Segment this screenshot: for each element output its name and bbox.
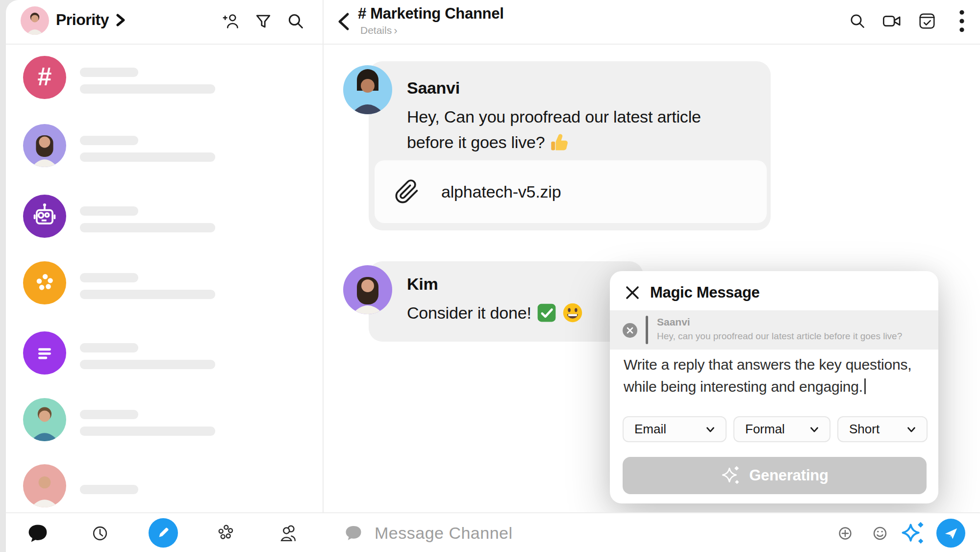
sidebar-item-app[interactable]: [6, 261, 323, 320]
text-lines-icon: [23, 331, 66, 375]
grinning-face-emoji: [562, 302, 583, 324]
app-window: Priority # Marketing Channel Details: [6, 0, 980, 552]
tone-dropdown[interactable]: Formal: [733, 416, 830, 442]
skeleton-bar: [80, 427, 215, 436]
sidebar-item-bot[interactable]: [6, 195, 323, 253]
prompt-input[interactable]: Write a reply that answers the key quest…: [624, 353, 928, 398]
robot-icon: [23, 195, 66, 238]
skeleton-bar: [80, 273, 138, 282]
contacts-tab-icon[interactable]: [277, 513, 300, 552]
channel-title: # Marketing Channel: [358, 5, 503, 23]
sidebar-item-channel[interactable]: #: [6, 56, 323, 115]
panel-title: Magic Message: [650, 284, 760, 301]
sidebar-item-notes[interactable]: [6, 331, 323, 390]
dots-flower-icon: [23, 261, 66, 304]
skeleton-bar: [80, 136, 138, 145]
quoted-message: Saanvi Hey, can you proofread our latest…: [610, 310, 938, 350]
chevron-down-icon: [808, 423, 821, 436]
user-avatar: [23, 124, 66, 167]
quote-bar: [646, 316, 648, 344]
details-label: Details: [360, 25, 392, 36]
ai-sparkles-icon[interactable]: [900, 513, 927, 552]
user-avatar: [23, 464, 66, 507]
chevron-down-icon: [704, 423, 717, 436]
chats-tab-icon[interactable]: [26, 513, 49, 552]
message-author: Kim: [407, 275, 438, 294]
message-text: Consider it done!: [407, 300, 583, 326]
sidebar-item-user[interactable]: [6, 124, 323, 183]
person-photo: [343, 265, 392, 314]
back-button[interactable]: [333, 12, 353, 31]
skeleton-bar: [80, 152, 215, 162]
saanvi-avatar[interactable]: [343, 65, 392, 114]
check-mark-emoji: [536, 302, 557, 323]
text-cursor: [864, 378, 866, 394]
channel-details-link[interactable]: Details ›: [360, 25, 398, 36]
magic-message-panel: Magic Message Saanvi Hey, can you proofr…: [610, 271, 938, 503]
sidebar-item-user[interactable]: [6, 398, 323, 457]
format-dropdown[interactable]: Email: [623, 416, 727, 442]
filter-icon[interactable]: [253, 11, 274, 31]
attach-plus-icon[interactable]: [834, 513, 856, 552]
attachment-card[interactable]: alphatech-v5.zip: [375, 160, 767, 223]
skeleton-bar: [80, 206, 138, 216]
history-tab-icon[interactable]: [89, 513, 111, 552]
bottom-bar: Message Channel: [6, 512, 980, 552]
workspace-avatar[interactable]: [21, 6, 49, 35]
emoji-icon[interactable]: [868, 513, 892, 552]
quote-text: Hey, can you proofread our latest articl…: [657, 331, 902, 342]
kebab-menu-icon[interactable]: [952, 11, 972, 31]
workspace-name: Priority: [56, 11, 109, 29]
length-dropdown[interactable]: Short: [837, 416, 928, 442]
header-divider: [6, 44, 980, 45]
person-photo: [23, 464, 66, 507]
message-text: Hey, Can you proofread our latest articl…: [407, 104, 760, 155]
send-button[interactable]: [936, 519, 965, 548]
message-input[interactable]: Message Channel: [343, 513, 513, 552]
sparkles-icon: [721, 465, 741, 486]
generating-button[interactable]: Generating: [623, 457, 927, 494]
skeleton-bar: [80, 485, 138, 494]
pencil-icon: [156, 526, 171, 540]
person-photo: [23, 124, 66, 167]
chevron-right-icon: [116, 14, 126, 26]
paperclip-icon: [394, 179, 420, 204]
thumbs-up-emoji: [550, 132, 570, 152]
sidebar-divider: [323, 0, 324, 512]
quote-author: Saanvi: [657, 316, 690, 328]
workspace-title[interactable]: Priority: [56, 11, 126, 29]
user-avatar: [23, 398, 66, 441]
skeleton-bar: [80, 360, 215, 369]
apps-tab-icon[interactable]: [214, 513, 237, 552]
add-person-icon[interactable]: [221, 11, 241, 31]
skeleton-bar: [80, 223, 215, 232]
remove-quote-icon[interactable]: [623, 323, 637, 338]
composer-placeholder: Message Channel: [375, 524, 513, 543]
chevron-down-icon: [905, 423, 918, 436]
message-author: Saanvi: [407, 78, 460, 98]
compose-tab-button[interactable]: [149, 518, 178, 548]
skeleton-bar: [80, 68, 138, 77]
skeleton-bar: [80, 290, 215, 299]
generating-label: Generating: [749, 467, 829, 484]
skeleton-bar: [80, 410, 138, 419]
search-icon[interactable]: [285, 11, 306, 31]
search-icon[interactable]: [847, 11, 868, 31]
skeleton-bar: [80, 343, 138, 352]
skeleton-bar: [80, 84, 215, 94]
chevron-right-small-icon: ›: [394, 25, 397, 36]
person-photo: [21, 6, 49, 35]
video-call-icon[interactable]: [882, 11, 903, 31]
paper-plane-icon: [943, 526, 959, 541]
person-photo: [343, 65, 392, 114]
tasks-icon[interactable]: [917, 11, 937, 31]
person-photo: [23, 398, 66, 441]
kim-avatar[interactable]: [343, 265, 392, 314]
chat-bubble-icon: [343, 523, 364, 544]
attachment-filename: alphatech-v5.zip: [441, 182, 561, 201]
close-icon[interactable]: [624, 284, 641, 301]
hash-icon: #: [23, 56, 66, 99]
